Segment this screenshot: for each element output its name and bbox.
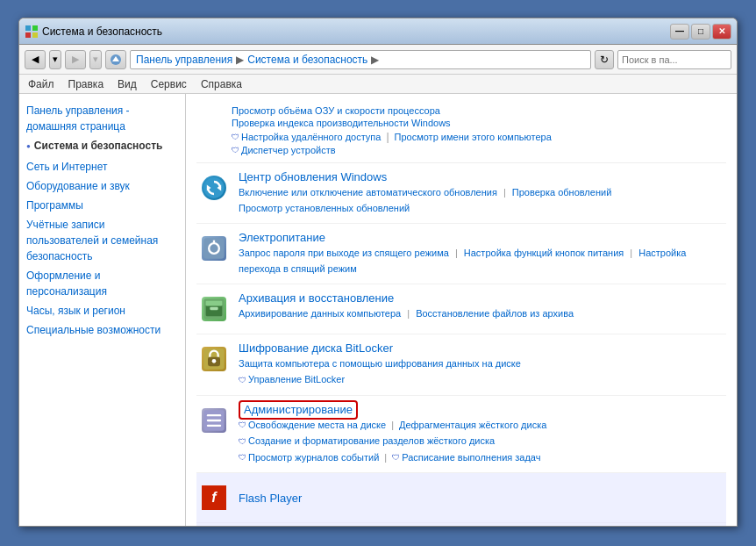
admin-links: 🛡 Освобождение места на диске | Дефрагме… xyxy=(239,418,726,466)
bitlocker-title: Шифрование диска BitLocker xyxy=(239,341,726,355)
admin-content: Администрирование 🛡 Освобождение места н… xyxy=(239,403,726,466)
sep2: | xyxy=(503,187,506,198)
link-event-log[interactable]: Просмотр журналов событий xyxy=(248,450,379,466)
address-bar: ◀ ▾ ▶ ▾ Панель управления ▶ Система и бе… xyxy=(19,45,737,75)
sidebar-item-hardware[interactable]: Оборудование и звук xyxy=(26,178,178,194)
title-bar: Система и безопасность — □ ✕ xyxy=(19,18,737,45)
link-computer-name[interactable]: Просмотр имени этого компьютера xyxy=(395,132,552,142)
minimize-button[interactable]: — xyxy=(670,24,689,40)
link-performance-index[interactable]: Проверка индекса производительности Wind… xyxy=(232,118,451,128)
forward-button[interactable]: ▶ xyxy=(65,50,86,69)
menu-edit[interactable]: Правка xyxy=(65,76,108,92)
windows-update-row: Центр обновления Windows Включение или о… xyxy=(196,163,726,224)
sidebar-item-accessibility[interactable]: Специальные возможности xyxy=(26,322,178,338)
power-row: Электропитание Запрос пароля при выходе … xyxy=(196,224,726,284)
link-disk-format[interactable]: Создание и форматирование разделов жёстк… xyxy=(248,434,495,449)
search-input[interactable] xyxy=(622,54,738,65)
sep3: | xyxy=(455,248,458,258)
sidebar-home-section: Панель управления - домашняя страница xyxy=(26,103,178,134)
link-auto-update[interactable]: Включение или отключение автоматического… xyxy=(239,187,497,198)
bitlocker-icon xyxy=(196,341,232,377)
flash-letter: f xyxy=(211,490,216,506)
refresh-button[interactable]: ↻ xyxy=(595,50,614,69)
sidebar-bullet: ● xyxy=(26,142,31,150)
link-device-manager[interactable]: Диспетчер устройств xyxy=(241,145,336,155)
link-free-space[interactable]: Освобождение места на диске xyxy=(248,418,386,434)
archive-content: Архивация и восстановление Архивирование… xyxy=(239,291,726,322)
shield-icon-bitlocker: 🛡 xyxy=(239,374,246,386)
flash-icon-img: f xyxy=(202,485,226,510)
windows-update-title-link[interactable]: Центр обновления Windows xyxy=(239,170,387,183)
flash-icon: f xyxy=(196,480,232,515)
link-view-updates[interactable]: Просмотр установленных обновлений xyxy=(239,203,410,213)
search-box: 🔍 xyxy=(617,50,731,69)
archive-title-link[interactable]: Архивация и восстановление xyxy=(239,291,394,305)
sidebar-active-item[interactable]: Система и безопасность xyxy=(34,140,163,152)
bitlocker-title-link[interactable]: Шифрование диска BitLocker xyxy=(239,341,393,355)
close-button[interactable]: ✕ xyxy=(712,24,731,40)
uninstall-row: Uninstall Tool xyxy=(196,523,726,526)
content-area: Просмотр объёма ОЗУ и скорости процессор… xyxy=(186,94,737,526)
archive-icon-img xyxy=(202,297,226,321)
svg-point-6 xyxy=(203,177,224,198)
sidebar-item-clock[interactable]: Часы, язык и регион xyxy=(26,303,178,319)
device-manager-row: 🛡 Диспетчер устройств xyxy=(232,145,726,155)
menu-view[interactable]: Вид xyxy=(114,76,140,92)
sidebar-item-appearance[interactable]: Оформление и персонализация xyxy=(26,268,178,299)
maximize-button[interactable]: □ xyxy=(691,24,710,40)
menu-file[interactable]: Файл xyxy=(25,76,58,92)
link-archive-data[interactable]: Архивирование данных компьютера xyxy=(239,308,401,319)
bitlocker-links: Защита компьютера с помощью шифрования д… xyxy=(239,356,726,387)
shield-icon-small: 🛡 xyxy=(232,133,239,141)
link-remote-access[interactable]: Настройка удалённого доступа xyxy=(241,132,381,142)
sidebar-item-programs[interactable]: Программы xyxy=(26,198,178,213)
sidebar-item-network[interactable]: Сеть и Интернет xyxy=(26,159,178,175)
breadcrumb-bar: Панель управления ▶ Система и безопаснос… xyxy=(130,50,591,69)
menu-help[interactable]: Справка xyxy=(197,76,246,92)
link-power-buttons[interactable]: Настройка функций кнопок питания xyxy=(464,248,624,258)
sidebar-home-link[interactable]: Панель управления - домашняя страница xyxy=(26,103,178,134)
sep6: | xyxy=(391,418,394,434)
breadcrumb-home[interactable]: Панель управления xyxy=(136,54,232,66)
menu-bar: Файл Правка Вид Сервис Справка xyxy=(19,75,737,94)
svg-rect-13 xyxy=(206,305,223,317)
svg-rect-14 xyxy=(206,301,223,306)
sidebar-active-section: ● Система и безопасность xyxy=(26,140,178,152)
flash-title-link[interactable]: Flash Player xyxy=(239,492,302,505)
shield-admin-2: 🛡 xyxy=(239,435,246,448)
admin-row: Администрирование 🛡 Освобождение места н… xyxy=(196,396,726,474)
windows-update-content: Центр обновления Windows Включение или о… xyxy=(239,170,726,216)
back-dropdown-button[interactable]: ▾ xyxy=(49,50,61,69)
title-bar-left: Система и безопасность xyxy=(25,25,162,39)
link-bitlocker-manage[interactable]: Управление BitLocker xyxy=(248,372,345,388)
forward-dropdown-button[interactable]: ▾ xyxy=(89,50,102,69)
sep4: | xyxy=(630,248,632,258)
sep5: | xyxy=(407,308,410,319)
menu-service[interactable]: Сервис xyxy=(147,76,190,92)
up-button[interactable] xyxy=(105,50,126,69)
breadcrumb-current[interactable]: Система и безопасность xyxy=(247,54,367,66)
sep1: | xyxy=(386,131,389,143)
back-button[interactable]: ◀ xyxy=(25,50,46,69)
link-task-schedule[interactable]: Расписание выполнения задач xyxy=(402,450,540,466)
archive-title: Архивация и восстановление xyxy=(239,291,726,305)
archive-row: Архивация и восстановление Архивирование… xyxy=(196,284,726,334)
link-password-sleep[interactable]: Запрос пароля при выходе из спящего режи… xyxy=(239,248,449,258)
link-defrag[interactable]: Дефрагментация жёсткого диска xyxy=(399,418,546,434)
sidebar-item-accounts[interactable]: Учётные записи пользователей и семейная … xyxy=(26,217,178,264)
windows-update-links: Включение или отключение автоматического… xyxy=(239,185,726,216)
admin-title-link[interactable]: Администрирование xyxy=(244,403,353,416)
power-title-link[interactable]: Электропитание xyxy=(239,231,325,244)
link-bitlocker-protect[interactable]: Защита компьютера с помощью шифрования д… xyxy=(239,358,521,369)
bitlocker-icon-img xyxy=(202,347,226,371)
link-check-updates[interactable]: Проверка обновлений xyxy=(512,187,611,198)
windows-update-title: Центр обновления Windows xyxy=(239,170,726,183)
link-view-ram[interactable]: Просмотр объёма ОЗУ и скорости процессор… xyxy=(232,105,440,116)
flash-player-row: f Flash Player xyxy=(196,473,726,523)
shield-icon-small2: 🛡 xyxy=(232,146,239,154)
breadcrumb-arrow-1: ▶ xyxy=(236,54,244,66)
power-links: Запрос пароля при выходе из спящего режи… xyxy=(239,246,726,277)
svg-rect-20 xyxy=(207,414,221,416)
link-restore-files[interactable]: Восстановление файлов из архива xyxy=(416,308,574,319)
svg-rect-22 xyxy=(207,424,221,426)
